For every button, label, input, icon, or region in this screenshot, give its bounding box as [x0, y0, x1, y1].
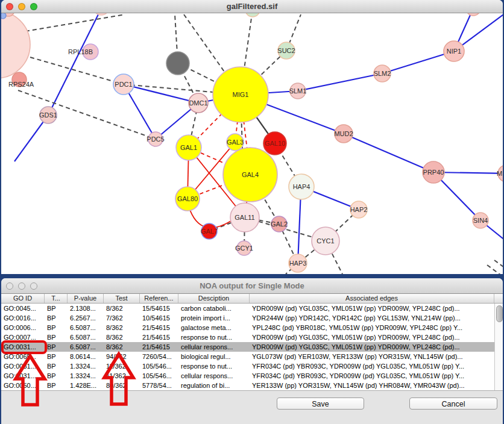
table-row[interactable]: GO:0007...BP6.5087...8/36221/54615respon… [1, 332, 494, 342]
results-table: GO IDT...P-valueTestReferen...Desciption… [1, 294, 503, 390]
table-cell: 21/54615 [140, 332, 178, 342]
column-header[interactable]: Associated edges [250, 294, 494, 303]
node-unlabeled[interactable] [93, 13, 109, 15]
table-row[interactable]: GO:0031...BP6.5087...8/36221/54615cellul… [1, 342, 494, 352]
node-label: SLM2 [374, 70, 391, 77]
table-cell: 11/362 [104, 361, 140, 371]
node-label: GCY1 [235, 245, 253, 252]
table-cell: 94/362 [104, 352, 140, 361]
node-label: NIP1 [447, 48, 461, 55]
node-label: HAP3 [289, 260, 307, 267]
table-cell: 1.3324... [68, 361, 104, 371]
table-cell: regulation of bi... [178, 381, 250, 390]
table-row[interactable]: GO:0031...BP1.3324...11/362105/546...cel… [1, 371, 494, 381]
table-cell: 8/362 [104, 323, 140, 332]
column-header[interactable]: GO ID [1, 294, 45, 303]
table-cell: BP [45, 371, 68, 381]
node-label: HAP4 [293, 183, 310, 190]
table-cell: 1.428E... [68, 381, 104, 390]
table-row[interactable]: GO:0045...BP2.1308...8/36215/54615carbon… [1, 304, 494, 313]
graph-edge[interactable] [48, 13, 101, 115]
table-body: GO:0045...BP2.1308...8/36215/54615carbon… [1, 304, 494, 390]
graph-edge[interactable] [30, 57, 124, 84]
table-header-row: GO IDT...P-valueTestReferen...Desciption… [1, 294, 503, 304]
node-label: DMC1 [189, 99, 207, 107]
graph-edge[interactable] [298, 192, 301, 263]
table-cell: response to nut... [178, 361, 250, 371]
table-cell: 21/54615 [140, 323, 178, 332]
graph-edge[interactable] [344, 134, 433, 172]
table-cell: GO:0050... [1, 381, 45, 390]
table-cell: 7260/54... [140, 352, 178, 361]
node-unlabeled[interactable] [245, 13, 260, 17]
table-cell: 105/546... [140, 361, 178, 371]
table-row[interactable]: GO:0065...BP8.0614...94/3627260/54...bio… [1, 352, 494, 361]
network-window-title: galFiltered.sif [1, 2, 503, 11]
table-cell: 8.0614... [68, 352, 104, 361]
minimize-button-inactive[interactable] [18, 282, 25, 290]
table-cell: 21/54615 [140, 342, 178, 352]
node-label: GAL1 [180, 144, 197, 151]
column-header[interactable]: T... [45, 294, 68, 303]
node-label: GAL7 [201, 228, 218, 235]
table-cell: YPL248C (pd) YBR018C, YML051W (pp) YDR00… [250, 323, 494, 332]
network-window: galFiltered.sif RPL18BRPS24AGDS1PDC1PDC5… [1, 0, 503, 274]
network-window-titlebar[interactable]: galFiltered.sif [1, 0, 503, 13]
network-canvas[interactable]: RPL18BRPS24AGDS1PDC1PDC5DMC1SUC2SLM1SLM2… [1, 13, 503, 274]
graph-edge[interactable] [382, 51, 454, 73]
column-header[interactable]: Referen... [140, 294, 178, 303]
graph-edge[interactable] [298, 73, 382, 91]
column-header[interactable]: Test [104, 294, 140, 303]
node-label: SIN4 [473, 217, 488, 224]
node-label: MS [497, 170, 503, 177]
annotation-box-goid [1, 340, 47, 354]
table-cell: GO:0031... [1, 361, 45, 371]
table-cell: 15/54615 [140, 304, 178, 313]
table-cell: GO:0045... [1, 304, 45, 313]
node-label: GAL10 [265, 140, 285, 147]
graph-edge[interactable] [25, 14, 125, 31]
node-label: RPS24A [8, 81, 34, 88]
table-cell: YFR034C (pd) YBR093C, YDR009W (pd) YGL03… [250, 361, 494, 371]
table-cell: 80/362 [104, 381, 140, 390]
save-button[interactable]: Save [277, 398, 364, 410]
table-row[interactable]: GO:0016...BP6.2567...7/36210/54615protei… [1, 313, 494, 323]
node-label: GAL3 [227, 139, 244, 146]
table-cell: 8/362 [104, 342, 140, 352]
zoom-button[interactable] [30, 3, 37, 10]
close-button[interactable] [6, 3, 13, 10]
table-cell: 105/546... [140, 371, 178, 381]
close-button-inactive[interactable] [6, 282, 13, 290]
table-cell: GO:0006... [1, 323, 45, 332]
table-row[interactable]: GO:0050...BP1.428E...80/3625778/54...reg… [1, 381, 494, 390]
table-cell: YGL073W (pd) YER103W, YER133W (pp) YOR31… [250, 352, 494, 361]
table-cell: cellular respons... [178, 371, 250, 381]
table-cell: 6.5087... [68, 323, 104, 332]
node-label: MUD2 [334, 130, 353, 137]
node-label: SUC2 [277, 47, 295, 54]
noa-window-titlebar[interactable]: NOA output for Single Mode [1, 278, 503, 294]
zoom-button-inactive[interactable] [30, 282, 37, 290]
table-cell: 11/362 [104, 371, 140, 381]
node-label: PRP40 [423, 169, 444, 176]
minimize-button[interactable] [18, 3, 25, 10]
table-cell: YER133W (pp) YOR315W, YNL145W (pd) YHR08… [250, 381, 494, 390]
node-unlabeled[interactable] [466, 13, 480, 16]
table-row[interactable]: GO:0006...BP6.5087...8/36221/54615galact… [1, 323, 494, 332]
node-unlabeled[interactable] [1, 13, 6, 19]
node-label: PDC5 [146, 136, 164, 143]
column-header[interactable]: P-value [68, 294, 104, 303]
table-row[interactable]: GO:0031...BP1.3324...11/362105/546...res… [1, 361, 494, 371]
node-label: GDS1 [39, 111, 57, 119]
node-unlabeled[interactable] [1, 13, 30, 78]
header-corner [494, 294, 503, 303]
cancel-button[interactable]: Cancel [409, 398, 497, 410]
table-cell: 1.3324... [68, 371, 104, 381]
table-cell: BP [45, 313, 68, 323]
graph-edge[interactable] [487, 265, 503, 274]
table-cell: 8/362 [104, 304, 140, 313]
column-header[interactable]: Desciption [178, 294, 250, 303]
node-unlabeled[interactable] [166, 52, 189, 75]
table-scrollbar[interactable] [494, 304, 503, 390]
scrollbar-thumb[interactable] [496, 305, 503, 322]
